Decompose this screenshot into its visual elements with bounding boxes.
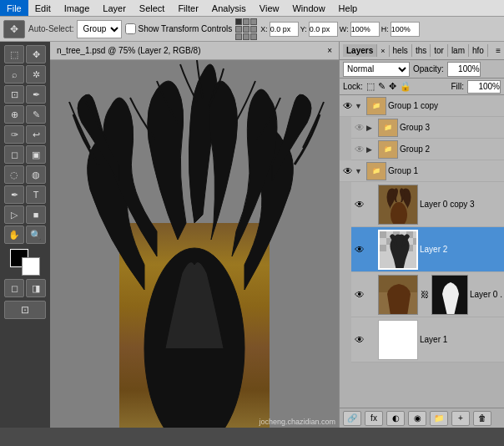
lock-all-btn[interactable]: 🔒: [400, 81, 411, 92]
transform-anchor-grid[interactable]: [235, 18, 257, 40]
path-select-tool[interactable]: ▷: [4, 205, 24, 224]
layer-thumb-group1copy: 📁: [366, 97, 386, 115]
layer-1[interactable]: 👁 Layer 1: [351, 317, 504, 362]
layer-group1[interactable]: 👁 ▼ 📁 Group 1: [340, 160, 504, 182]
menu-filter[interactable]: Filter: [171, 0, 204, 16]
menu-window[interactable]: Window: [285, 0, 331, 16]
transform-anchor-bc[interactable]: [243, 33, 249, 40]
menu-view[interactable]: View: [253, 0, 286, 16]
transform-anchor-tl[interactable]: [235, 18, 242, 25]
auto-select-dropdown[interactable]: Group: [77, 20, 122, 38]
blend-mode-select[interactable]: Normal: [343, 62, 410, 77]
transform-anchor-mc[interactable]: [243, 26, 249, 33]
layer-group1copy[interactable]: 👁 ▼ 📁 Group 1 copy: [340, 95, 504, 117]
quick-mask-on[interactable]: ◨: [26, 279, 46, 297]
transform-anchor-mr[interactable]: [250, 26, 257, 33]
layer-expand-group1[interactable]: ▼: [355, 167, 365, 175]
quick-mask-off[interactable]: ◻: [4, 279, 24, 297]
menu-image[interactable]: Image: [58, 0, 97, 16]
menu-analysis[interactable]: Analysis: [205, 0, 253, 16]
transform-y[interactable]: [309, 22, 338, 37]
panel-menu-btn[interactable]: ≡: [496, 46, 501, 55]
opacity-input[interactable]: [447, 62, 481, 77]
hand-tool[interactable]: ✋: [4, 226, 24, 244]
tab-layers[interactable]: Layers: [343, 44, 377, 57]
layer-thumb-layer1: [378, 320, 418, 360]
layer-fx-btn[interactable]: fx: [365, 411, 383, 426]
tab-actions[interactable]: lam: [448, 44, 469, 57]
screen-mode-btn[interactable]: ⊡: [4, 301, 46, 319]
magic-wand-tool[interactable]: ✲: [26, 65, 46, 84]
tree-svg: [57, 60, 332, 428]
menu-help[interactable]: Help: [332, 0, 365, 16]
tab-channels[interactable]: hels: [390, 44, 412, 57]
tab-close[interactable]: ×: [377, 45, 389, 57]
layer-0copy3[interactable]: 👁 Layer 0 copy 3: [351, 182, 504, 227]
canvas-close-btn[interactable]: ×: [327, 46, 332, 55]
lasso-tool[interactable]: ⌕: [4, 65, 24, 84]
zoom-tool[interactable]: 🔍: [26, 226, 46, 244]
background-color[interactable]: [22, 257, 40, 276]
layer-eye-group1[interactable]: 👁: [341, 165, 355, 178]
layer-expand-group1copy[interactable]: ▼: [355, 102, 365, 110]
menu-layer[interactable]: Layer: [96, 0, 133, 16]
fill-input[interactable]: [467, 80, 501, 94]
layer-thumb-layer2: [378, 230, 418, 270]
link-layers-btn[interactable]: 🔗: [343, 411, 361, 426]
layer-eye-0copy3[interactable]: 👁: [353, 198, 366, 211]
select-tool[interactable]: ⬚: [4, 45, 24, 63]
text-tool[interactable]: T: [26, 185, 46, 204]
shape-tool[interactable]: ■: [26, 205, 46, 224]
layer-eye-layer1[interactable]: 👁: [353, 333, 366, 347]
transform-anchor-tr[interactable]: [250, 18, 257, 25]
menu-edit[interactable]: Edit: [28, 0, 58, 16]
gradient-tool[interactable]: ▣: [26, 145, 46, 164]
layer-eye-group2[interactable]: 👁: [353, 143, 366, 156]
move-tool-btn[interactable]: ✥: [3, 20, 25, 38]
layer-group2[interactable]: 👁 ▶ 📁 Group 2: [351, 139, 504, 160]
dodge-tool[interactable]: ◍: [26, 165, 46, 184]
clone-stamp-tool[interactable]: ✑: [4, 125, 24, 144]
lock-move-btn[interactable]: ✥: [389, 81, 396, 92]
blur-tool[interactable]: ◌: [4, 165, 24, 184]
layer-0[interactable]: 👁 ⛓ Layer 0: [351, 272, 504, 317]
new-group-btn[interactable]: 📁: [430, 411, 448, 426]
layer-eye-layer0[interactable]: 👁: [353, 288, 366, 302]
history-brush-tool[interactable]: ↩: [26, 125, 46, 144]
delete-layer-btn[interactable]: 🗑: [473, 411, 491, 426]
eyedropper-tool[interactable]: ✒: [26, 85, 46, 104]
transform-anchor-ml[interactable]: [235, 26, 242, 33]
transform-w[interactable]: [350, 22, 380, 37]
new-adjustment-btn[interactable]: ◉: [408, 411, 426, 426]
layer-eye-layer2[interactable]: 👁: [353, 243, 366, 256]
tab-info[interactable]: hfo: [469, 44, 488, 57]
tree-image: [57, 60, 332, 428]
move-tool[interactable]: ✥: [26, 45, 46, 63]
menu-file[interactable]: File: [0, 0, 28, 16]
transform-anchor-tc[interactable]: [243, 18, 249, 25]
menu-select[interactable]: Select: [133, 0, 172, 16]
layer-2[interactable]: 👁: [351, 227, 504, 272]
layer-eye-group1copy[interactable]: 👁: [341, 99, 355, 113]
add-mask-btn[interactable]: ◐: [386, 411, 405, 426]
layer-expand-group2[interactable]: ▶: [366, 145, 376, 154]
transform-anchor-bl[interactable]: [235, 33, 242, 40]
lock-transparency-btn[interactable]: ⬚: [366, 81, 375, 92]
layer-expand-group3[interactable]: ▶: [366, 124, 376, 132]
show-transform-checkbox[interactable]: Show Transform Controls: [125, 23, 232, 34]
crop-tool[interactable]: ⊡: [4, 85, 24, 104]
layer-group3[interactable]: 👁 ▶ 📁 Group 3: [351, 117, 504, 139]
new-layer-btn[interactable]: +: [451, 411, 470, 426]
transform-x[interactable]: [270, 22, 299, 37]
spot-heal-tool[interactable]: ⊕: [4, 105, 24, 124]
tab-paths[interactable]: ths: [412, 44, 431, 57]
eraser-tool[interactable]: ◻: [4, 145, 24, 164]
transform-h[interactable]: [391, 22, 420, 37]
brush-tool[interactable]: ✎: [26, 105, 46, 124]
layer-eye-group3[interactable]: 👁: [353, 121, 366, 134]
canvas-content[interactable]: jocheng.chazidian.com: [50, 60, 339, 428]
pen-tool[interactable]: ✒: [4, 185, 24, 204]
transform-anchor-br[interactable]: [250, 33, 257, 40]
lock-paint-btn[interactable]: ✎: [378, 81, 386, 92]
tab-history[interactable]: tor: [431, 44, 448, 57]
